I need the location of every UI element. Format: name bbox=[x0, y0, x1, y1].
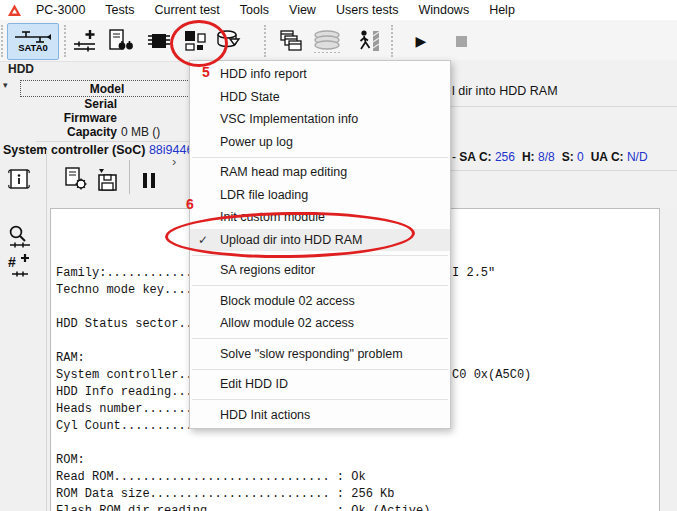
log-scroll-icon bbox=[6, 166, 34, 194]
menu-separator bbox=[192, 338, 448, 339]
annotation-circle-5 bbox=[170, 20, 228, 67]
capacity-row-label: Capacity bbox=[0, 125, 117, 139]
log-line: ROM: bbox=[56, 452, 531, 469]
model-row-label: Model bbox=[20, 82, 194, 96]
save-floppy-icon bbox=[95, 167, 121, 194]
disk-stack-button bbox=[310, 26, 344, 56]
log-line bbox=[56, 435, 531, 452]
firmware-row-label: Firmware bbox=[0, 111, 117, 125]
menubar-item[interactable]: Windows bbox=[408, 3, 479, 17]
copy-windows-icon bbox=[278, 28, 304, 54]
toolbar-divider bbox=[129, 160, 130, 194]
script-run-button[interactable] bbox=[62, 164, 90, 194]
menu-item-label: RAM head map editing bbox=[220, 165, 347, 179]
task-status-panel bbox=[451, 60, 677, 208]
exit-session-icon bbox=[356, 28, 382, 54]
menu-item[interactable]: HDD info report bbox=[190, 63, 450, 86]
menu-item-label: HDD info report bbox=[220, 67, 307, 81]
stop-icon bbox=[456, 36, 467, 47]
menu-item-label: VSC Implementation info bbox=[220, 112, 358, 126]
stop-button bbox=[446, 26, 476, 56]
menu-item[interactable]: Power up log bbox=[190, 131, 450, 154]
sata0-label: SATA0 bbox=[18, 43, 48, 53]
annotation-number-6: 6 bbox=[186, 196, 194, 212]
menu-bar: PC-3000TestsCurrent testToolsViewUsers t… bbox=[0, 0, 677, 20]
sa-geometry-status: - SA C: 256H: 8/8S: 0UA C: N/D bbox=[452, 150, 655, 164]
menubar-item[interactable]: Current test bbox=[145, 3, 230, 17]
sata0-port-button[interactable]: SATA0 bbox=[7, 23, 59, 60]
status-segment: S: 0 bbox=[562, 150, 584, 164]
menu-separator bbox=[192, 399, 448, 400]
log-line: ROM Data size......................... :… bbox=[56, 486, 531, 503]
menu-item[interactable]: SA regions editor bbox=[190, 259, 450, 282]
menu-item[interactable]: HDD State bbox=[190, 86, 450, 109]
divider bbox=[36, 141, 193, 142]
pause-button[interactable] bbox=[143, 173, 157, 188]
serial-row-label: Serial bbox=[0, 97, 117, 111]
toolbar: SATA0 bbox=[0, 20, 677, 62]
pc3000-window: PC-3000TestsCurrent testToolsViewUsers t… bbox=[0, 0, 677, 511]
menu-item-label: LDR file loading bbox=[220, 188, 308, 202]
status-segment: H: 8/8 bbox=[522, 150, 555, 164]
menu-separator bbox=[192, 157, 448, 158]
play-icon: ▶ bbox=[416, 26, 427, 56]
log-report-button[interactable] bbox=[6, 164, 40, 196]
toolbar-gripper[interactable] bbox=[391, 25, 393, 57]
chip-icon bbox=[146, 28, 172, 54]
disk-stack-icon bbox=[311, 27, 343, 55]
hdd-panel-title: HDD bbox=[8, 62, 34, 76]
search-icon bbox=[6, 224, 36, 252]
menu-item[interactable]: RAM head map editing bbox=[190, 161, 450, 184]
menu-item[interactable]: VSC Implementation info bbox=[190, 108, 450, 131]
menubar-item[interactable]: Users tests bbox=[326, 3, 409, 17]
svg-text:#: # bbox=[8, 254, 16, 270]
divider bbox=[451, 106, 677, 107]
save-log-button[interactable] bbox=[94, 165, 122, 195]
add-test-button[interactable] bbox=[70, 26, 100, 56]
panel-divider bbox=[46, 150, 47, 511]
menubar-item[interactable]: Tools bbox=[230, 3, 279, 17]
status-segment: UA C: N/D bbox=[591, 150, 648, 164]
toolbar-gripper[interactable] bbox=[64, 25, 66, 57]
menu-item[interactable]: Edit HDD ID bbox=[190, 373, 450, 396]
menubar-item[interactable]: PC-3000 bbox=[26, 3, 95, 17]
menu-item-label: SA regions editor bbox=[220, 263, 315, 277]
log-line: Flash ROM dir reading................. :… bbox=[56, 503, 531, 511]
id-plus-icon: # bbox=[6, 252, 36, 284]
menu-item-label: Allow module 02 access bbox=[220, 316, 354, 330]
menu-item[interactable]: Solve "slow responding" problem bbox=[190, 343, 450, 366]
menu-item-label: HDD Init actions bbox=[220, 408, 310, 422]
menu-item[interactable]: LDR file loading bbox=[190, 184, 450, 207]
menu-item-label: Solve "slow responding" problem bbox=[220, 347, 403, 361]
status-segment: SA C: 256 bbox=[459, 150, 515, 164]
annotation-number-5: 5 bbox=[202, 64, 210, 80]
menu-item-label: Edit HDD ID bbox=[220, 377, 288, 391]
capacity-value: 0 MB () bbox=[121, 125, 160, 139]
toolbar-overflow-chevron[interactable]: › bbox=[172, 154, 176, 169]
menu-item[interactable]: HDD Init actions bbox=[190, 404, 450, 427]
copy-windows-button[interactable] bbox=[276, 26, 306, 56]
menu-item-label: HDD State bbox=[220, 90, 280, 104]
search-test-button[interactable] bbox=[6, 222, 40, 254]
menu-item[interactable]: Allow module 02 access bbox=[190, 312, 450, 335]
chevron-down-icon[interactable]: ▾ bbox=[3, 80, 8, 90]
menu-item-label: Block module 02 access bbox=[220, 294, 355, 308]
divider bbox=[451, 170, 677, 171]
ace-logo-icon bbox=[7, 3, 22, 18]
menubar-item[interactable]: View bbox=[279, 3, 326, 17]
exit-session-button[interactable] bbox=[354, 26, 384, 56]
hdd-report-icon bbox=[107, 28, 135, 54]
menu-item[interactable]: Block module 02 access bbox=[190, 290, 450, 313]
pause-icon bbox=[143, 173, 147, 188]
soc-label: System controller (SoC) bbox=[3, 143, 145, 157]
menubar-item[interactable]: Tests bbox=[95, 3, 144, 17]
hdd-report-button[interactable] bbox=[106, 26, 136, 56]
running-task-title: l dir into HDD RAM bbox=[452, 84, 558, 98]
soc-status-line: System controller (SoC) 88i9446 bbox=[3, 143, 193, 157]
toolbar-gripper[interactable] bbox=[1, 25, 3, 57]
play-button[interactable]: ▶ bbox=[406, 26, 436, 56]
menubar-item[interactable]: Help bbox=[479, 3, 525, 17]
log-line: Read ROM.............................. :… bbox=[56, 469, 531, 486]
toolbar-gripper[interactable] bbox=[264, 25, 266, 57]
id-edit-button[interactable]: # bbox=[6, 252, 40, 284]
